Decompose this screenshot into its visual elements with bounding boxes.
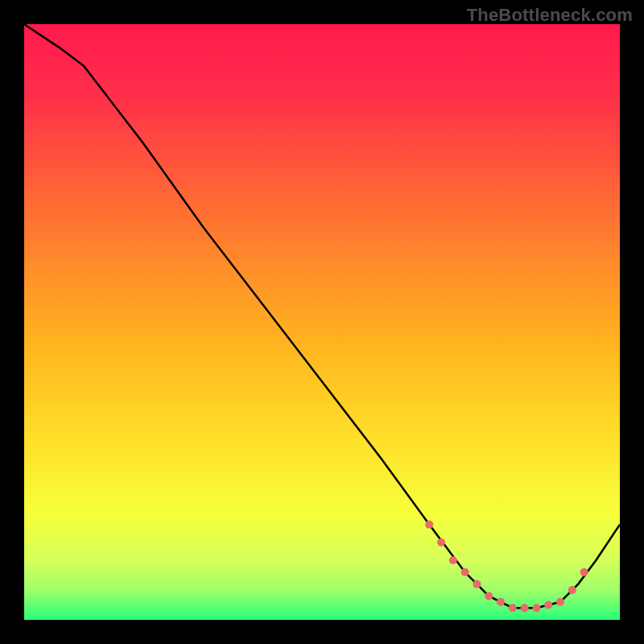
marker-dot (544, 601, 552, 609)
marker-dot (449, 556, 457, 564)
marker-dot (461, 568, 469, 576)
marker-dot (568, 586, 576, 594)
marker-dot (521, 604, 529, 612)
chart-stage: TheBottleneck.com (0, 0, 644, 644)
marker-dot (437, 539, 445, 547)
plot-area (24, 24, 620, 620)
watermark-text: TheBottleneck.com (467, 5, 633, 26)
marker-dot (509, 604, 517, 612)
marker-dot (556, 598, 564, 606)
marker-dot (485, 592, 493, 600)
chart-svg (24, 24, 620, 620)
marker-dot (497, 598, 505, 606)
marker-dot (532, 604, 540, 612)
heat-gradient-bg (24, 24, 620, 620)
marker-dot (425, 521, 433, 529)
marker-dot (473, 580, 481, 588)
marker-dot (580, 568, 588, 576)
